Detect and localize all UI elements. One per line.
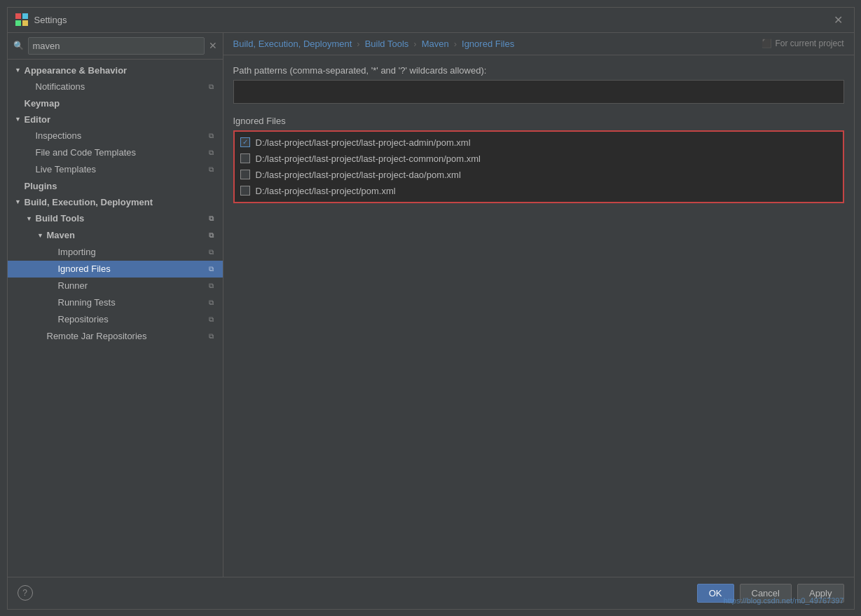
breadcrumb-item-1: Build, Execution, Deployment xyxy=(233,39,352,49)
sidebar-item-notifications[interactable]: Notifications ⧉ xyxy=(8,78,223,95)
watermark: https://blog.csdn.net/m0_49767397 xyxy=(724,596,844,605)
title-bar: Settings ✕ xyxy=(8,8,854,33)
panel-body: Path patterns (comma-separated, '*' and … xyxy=(223,55,854,577)
sidebar-item-build-tools[interactable]: ▼ Build Tools ⧉ xyxy=(8,210,223,227)
file-checkbox-3[interactable] xyxy=(240,170,250,179)
help-button[interactable]: ? xyxy=(18,585,33,601)
copy-icon: ⧉ xyxy=(206,164,217,175)
svg-rect-0 xyxy=(15,13,21,19)
breadcrumb-sep-3: › xyxy=(454,39,457,49)
breadcrumb-sep-1: › xyxy=(357,39,359,49)
for-project-label: ⬛ For current project xyxy=(762,39,843,48)
svg-rect-1 xyxy=(22,13,28,19)
settings-dialog: Settings ✕ 🔍 ✕ ▼ Appearance & Behavior N… xyxy=(7,7,855,610)
sidebar-item-runner[interactable]: Runner ⧉ xyxy=(8,278,223,294)
copy-icon: ⧉ xyxy=(206,130,217,142)
copy-icon: ⧉ xyxy=(206,280,217,292)
search-icon: 🔍 xyxy=(13,41,24,50)
sidebar-item-repositories[interactable]: Repositories ⧉ xyxy=(8,311,223,328)
breadcrumb-sep-2: › xyxy=(413,39,416,49)
file-path-1: D:/last-project/last-project/last-projec… xyxy=(256,137,471,148)
search-clear-icon[interactable]: ✕ xyxy=(209,40,217,51)
svg-rect-3 xyxy=(22,20,28,26)
breadcrumb-item-4: Ignored Files xyxy=(462,39,514,49)
copy-icon: ⧉ xyxy=(206,263,217,275)
copy-icon: ⧉ xyxy=(206,81,217,93)
project-icon: ⬛ xyxy=(762,39,772,48)
app-icon xyxy=(15,13,29,27)
sidebar-item-importing[interactable]: Importing ⧉ xyxy=(8,244,223,261)
sidebar-item-running-tests[interactable]: Running Tests ⧉ xyxy=(8,294,223,311)
file-checkbox-4[interactable] xyxy=(240,186,250,196)
file-row[interactable]: D:/last-project/last-project/last-projec… xyxy=(235,151,843,167)
sidebar-item-appearance[interactable]: ▼ Appearance & Behavior xyxy=(8,62,223,78)
file-path-2: D:/last-project/last-project/last-projec… xyxy=(256,153,481,164)
file-row[interactable]: D:/last-project/last-project/last-projec… xyxy=(235,167,843,183)
copy-icon: ⧉ xyxy=(206,230,217,241)
file-row[interactable]: D:/last-project/last-project/last-projec… xyxy=(235,135,843,151)
breadcrumb-item-3: Maven xyxy=(422,39,449,49)
breadcrumb-item-2: Build Tools xyxy=(365,39,409,49)
close-button[interactable]: ✕ xyxy=(830,11,847,28)
sidebar-item-build-exec-deploy[interactable]: ▼ Build, Execution, Deployment xyxy=(8,194,223,210)
file-checkbox-1[interactable] xyxy=(240,137,250,147)
copy-icon: ⧉ xyxy=(206,297,217,308)
ignored-files-list: D:/last-project/last-project/last-projec… xyxy=(233,130,844,203)
sidebar-item-file-code-templates[interactable]: File and Code Templates ⧉ xyxy=(8,144,223,161)
search-input[interactable] xyxy=(28,37,205,55)
copy-icon: ⧉ xyxy=(206,331,217,342)
sidebar-item-plugins[interactable]: Plugins xyxy=(8,178,223,194)
triangle-icon: ▼ xyxy=(13,65,23,75)
path-patterns-input[interactable] xyxy=(233,80,844,104)
copy-icon: ⧉ xyxy=(206,147,217,158)
dialog-title: Settings xyxy=(34,15,67,25)
file-path-3: D:/last-project/last-project/last-projec… xyxy=(256,170,461,180)
copy-icon: ⧉ xyxy=(206,247,217,258)
breadcrumb: Build, Execution, Deployment › Build Too… xyxy=(223,33,854,55)
sidebar-item-live-templates[interactable]: Live Templates ⧉ xyxy=(8,161,223,178)
search-box: 🔍 ✕ xyxy=(8,33,223,60)
sidebar: 🔍 ✕ ▼ Appearance & Behavior Notification… xyxy=(8,33,223,577)
sidebar-item-remote-jar[interactable]: Remote Jar Repositories ⧉ xyxy=(8,328,223,345)
sidebar-item-inspections[interactable]: Inspections ⧉ xyxy=(8,128,223,144)
file-checkbox-2[interactable] xyxy=(240,153,250,163)
copy-icon: ⧉ xyxy=(206,213,217,224)
sidebar-item-ignored-files[interactable]: Ignored Files ⧉ xyxy=(8,261,223,278)
sidebar-item-editor[interactable]: ▼ Editor xyxy=(8,111,223,128)
copy-icon: ⧉ xyxy=(206,314,217,325)
svg-rect-2 xyxy=(15,20,21,26)
nav-tree: ▼ Appearance & Behavior Notifications ⧉ … xyxy=(8,60,223,577)
file-row[interactable]: D:/last-project/last-project/pom.xml xyxy=(235,183,843,199)
main-panel: Build, Execution, Deployment › Build Too… xyxy=(223,33,854,577)
ignored-files-section-label: Ignored Files xyxy=(233,116,844,126)
file-path-4: D:/last-project/last-project/pom.xml xyxy=(256,186,396,196)
sidebar-item-maven[interactable]: ▼ Maven ⧉ xyxy=(8,227,223,244)
sidebar-item-keymap[interactable]: Keymap xyxy=(8,95,223,111)
path-patterns-label: Path patterns (comma-separated, '*' and … xyxy=(233,65,844,76)
